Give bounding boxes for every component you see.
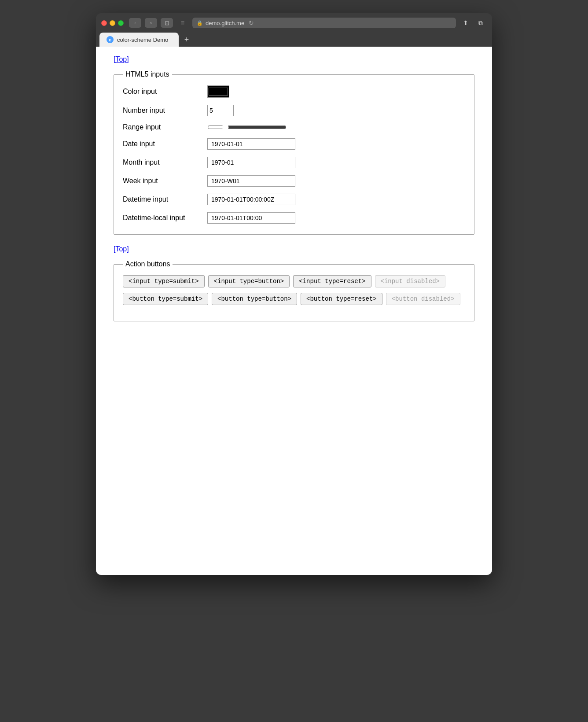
datetime-local-input-label: Datetime-local input bbox=[123, 214, 202, 222]
tab-title: color-scheme Demo bbox=[117, 37, 168, 43]
new-tab-button[interactable]: + bbox=[180, 33, 193, 46]
html5-inputs-legend: HTML5 inputs bbox=[123, 70, 172, 78]
range-input-row: Range input bbox=[123, 123, 465, 131]
button-buttons-group: <button type=submit> <button type=button… bbox=[123, 293, 465, 305]
reload-icon[interactable]: ↻ bbox=[249, 19, 254, 26]
input-buttons-group: <input type=submit> <input type=button> … bbox=[123, 275, 465, 287]
close-button[interactable] bbox=[101, 20, 107, 26]
range-input[interactable] bbox=[207, 124, 287, 131]
datetime-local-input-row: Datetime-local input bbox=[123, 212, 465, 224]
browser-window: ‹ › ⊡ ≡ 🔒 demo.glitch.me ↻ ⬆ bbox=[96, 13, 492, 575]
number-input[interactable] bbox=[207, 105, 234, 116]
date-input-label: Date input bbox=[123, 140, 202, 148]
input-disabled-button: <input disabled> bbox=[375, 275, 445, 287]
input-submit-button[interactable]: <input type=submit> bbox=[123, 275, 205, 287]
week-input[interactable] bbox=[207, 175, 295, 187]
top-link-2[interactable]: [Top] bbox=[114, 245, 129, 253]
browser-toolbar: ‹ › ⊡ ≡ 🔒 demo.glitch.me ↻ ⬆ bbox=[96, 13, 492, 33]
action-buttons-legend: Action buttons bbox=[123, 260, 173, 268]
tab-favicon: c bbox=[107, 36, 114, 43]
week-input-label: Week input bbox=[123, 177, 202, 185]
action-buttons-fieldset: Action buttons <input type=submit> <inpu… bbox=[114, 260, 474, 321]
week-input-row: Week input bbox=[123, 175, 465, 187]
month-input[interactable] bbox=[207, 157, 295, 168]
minimize-button[interactable] bbox=[110, 20, 115, 26]
forward-button[interactable]: › bbox=[145, 18, 157, 28]
page-content: [Top] HTML5 inputs Color input Number in… bbox=[96, 47, 492, 575]
share-button[interactable]: ⬆ bbox=[459, 18, 472, 28]
color-input-row: Color input bbox=[123, 85, 465, 98]
top-link-1[interactable]: [Top] bbox=[114, 55, 129, 63]
color-input[interactable] bbox=[207, 85, 229, 98]
date-input-row: Date input bbox=[123, 138, 465, 150]
input-button-button[interactable]: <input type=button> bbox=[208, 275, 290, 287]
menu-button[interactable]: ≡ bbox=[176, 18, 189, 28]
lock-icon: 🔒 bbox=[197, 20, 203, 26]
button-disabled-button: <button disabled> bbox=[386, 293, 460, 305]
html5-inputs-fieldset: HTML5 inputs Color input Number input Ra… bbox=[114, 70, 474, 235]
active-tab[interactable]: c color-scheme Demo bbox=[99, 33, 179, 47]
datetime-input[interactable] bbox=[207, 194, 295, 205]
number-input-row: Number input bbox=[123, 105, 465, 116]
datetime-input-label: Datetime input bbox=[123, 195, 202, 203]
button-submit-button[interactable]: <button type=submit> bbox=[123, 293, 208, 305]
color-input-label: Color input bbox=[123, 88, 202, 96]
browser-chrome: ‹ › ⊡ ≡ 🔒 demo.glitch.me ↻ ⬆ bbox=[96, 13, 492, 47]
date-input[interactable] bbox=[207, 138, 295, 150]
month-input-row: Month input bbox=[123, 157, 465, 168]
tab-bar: c color-scheme Demo + bbox=[96, 33, 492, 47]
range-input-label: Range input bbox=[123, 123, 202, 131]
month-input-label: Month input bbox=[123, 158, 202, 166]
url-text: demo.glitch.me bbox=[206, 20, 244, 26]
input-reset-button[interactable]: <input type=reset> bbox=[293, 275, 371, 287]
traffic-lights bbox=[101, 20, 124, 26]
tab-overview-button[interactable]: ⧉ bbox=[474, 18, 487, 28]
number-input-label: Number input bbox=[123, 107, 202, 114]
url-bar[interactable]: 🔒 demo.glitch.me ↻ bbox=[192, 18, 456, 28]
button-reset-button[interactable]: <button type=reset> bbox=[301, 293, 382, 305]
datetime-input-row: Datetime input bbox=[123, 194, 465, 205]
browser-actions: ⬆ ⧉ bbox=[459, 18, 487, 28]
fullscreen-button[interactable] bbox=[118, 20, 124, 26]
datetime-local-input[interactable] bbox=[207, 212, 295, 224]
sidebar-toggle-button[interactable]: ⊡ bbox=[161, 18, 173, 28]
button-button-button[interactable]: <button type=button> bbox=[212, 293, 297, 305]
back-button[interactable]: ‹ bbox=[129, 18, 141, 28]
